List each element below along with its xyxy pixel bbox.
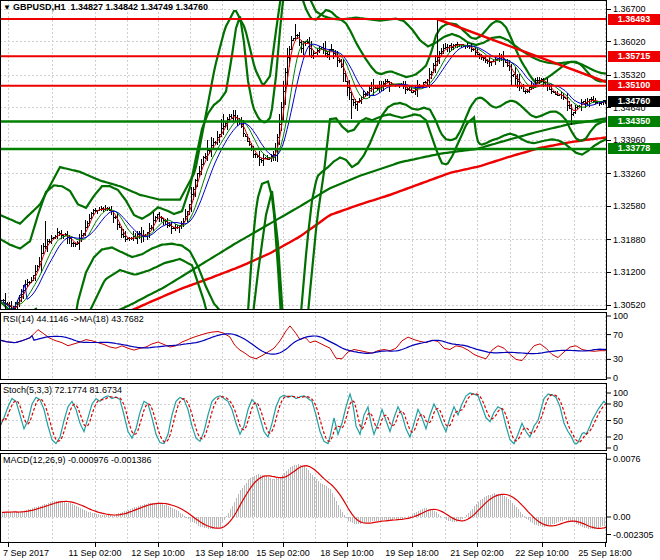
support-price-badge: 1.34350 bbox=[608, 116, 660, 127]
support-price-badge: 1.33778 bbox=[608, 143, 660, 154]
price-grid-label: 1.30520 bbox=[613, 300, 646, 311]
time-axis-label: 19 Sep 18:00 bbox=[385, 548, 439, 559]
time-axis-label: 22 Sep 10:00 bbox=[515, 548, 569, 559]
current-price-badge: 1.34760 bbox=[608, 96, 660, 107]
rsi-axis-label: 100 bbox=[613, 311, 628, 322]
price-grid-label: 1.33260 bbox=[613, 169, 646, 180]
price-grid-label: 1.36020 bbox=[613, 37, 646, 48]
symbol-dropdown-icon[interactable]: ▼ bbox=[3, 2, 11, 13]
price-grid-label: 1.31200 bbox=[613, 267, 646, 278]
time-axis-label: 11 Sep 02:00 bbox=[69, 548, 122, 559]
stoch-axis-label: 20 bbox=[613, 432, 623, 443]
macd-axis-label: 0.0076 bbox=[613, 454, 641, 465]
time-axis-label: 12 Sep 10:00 bbox=[131, 548, 185, 559]
stoch-panel-title: Stoch(5,3,3) 72.1774 81.6734 bbox=[3, 385, 122, 396]
macd-axis-label: 0.00 bbox=[613, 512, 631, 523]
price-grid-label: 1.32580 bbox=[613, 201, 646, 212]
trading-chart-window: ▼GBPUSD,H1 1.34827 1.34842 1.34749 1.347… bbox=[0, 0, 660, 560]
rsi-axis-label: 30 bbox=[613, 354, 623, 365]
ohlc-quote-values: 1.34827 1.34842 1.34749 1.34760 bbox=[70, 2, 208, 12]
time-axis-label: 18 Sep 10:00 bbox=[320, 548, 374, 559]
time-axis-label: 7 Sep 2017 bbox=[3, 548, 49, 559]
chart-canvas[interactable] bbox=[0, 0, 660, 560]
stoch-axis-label: 0 bbox=[613, 443, 618, 454]
stoch-axis-label: 100 bbox=[613, 388, 628, 399]
resistance-price-badge: 1.36493 bbox=[608, 14, 660, 25]
resistance-price-badge: 1.35100 bbox=[608, 80, 660, 91]
time-axis-label: 25 Sep 18:00 bbox=[578, 548, 632, 559]
rsi-axis-label: 70 bbox=[613, 330, 623, 341]
macd-panel-title: MACD(12,26,9) -0.000976 -0.001386 bbox=[3, 455, 152, 466]
macd-axis-label: -0.002305 bbox=[613, 530, 654, 541]
price-grid-label: 1.31880 bbox=[613, 235, 646, 246]
stoch-axis-label: 80 bbox=[613, 399, 623, 410]
rsi-panel-title: RSI(14) 44.1146 ->MA(18) 43.7682 bbox=[3, 314, 144, 325]
symbol-period-label: GBPUSD,H1 bbox=[13, 2, 66, 12]
stoch-axis-label: 50 bbox=[613, 416, 623, 427]
time-axis-label: 13 Sep 18:00 bbox=[195, 548, 249, 559]
rsi-axis-label: 0 bbox=[613, 373, 618, 384]
time-axis-label: 15 Sep 02:00 bbox=[256, 548, 310, 559]
chart-title: ▼GBPUSD,H1 1.34827 1.34842 1.34749 1.347… bbox=[3, 2, 208, 13]
resistance-price-badge: 1.35715 bbox=[608, 51, 660, 62]
time-axis-label: 21 Sep 02:00 bbox=[450, 548, 504, 559]
